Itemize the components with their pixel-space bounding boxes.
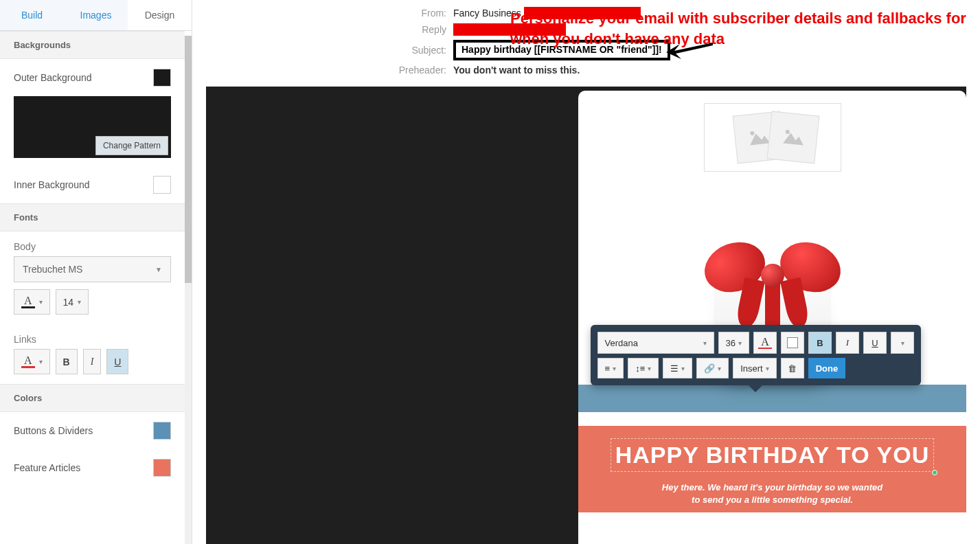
body-font-label: Body: [0, 231, 185, 256]
preheader-value[interactable]: You don't want to miss this.: [453, 65, 580, 76]
link-icon: 🔗: [704, 363, 715, 374]
link-italic-button[interactable]: I: [83, 349, 102, 374]
toolbar-more-button[interactable]: ▾: [891, 332, 914, 354]
email-preview[interactable]: HAPPY BIRTHDAY TO YOU Hey there. We hear…: [578, 91, 966, 544]
annotation-text: Personalize your email with subscriber d…: [510, 8, 977, 49]
from-label: From:: [192, 8, 453, 19]
subhead-text: Hey there. We heard it's your birthday s…: [589, 481, 956, 506]
annotation-arrow-icon: [665, 38, 716, 64]
resize-handle-icon[interactable]: [932, 470, 937, 475]
toolbar-align-button[interactable]: ≡▾: [597, 358, 624, 378]
body-font-value: Trebuchet MS: [23, 264, 82, 275]
sidebar-scrollbar[interactable]: [185, 36, 192, 544]
sidebar-scroll[interactable]: Backgrounds Outer Background Change Patt…: [0, 31, 192, 544]
toolbar-bold-button[interactable]: B: [808, 332, 832, 354]
toolbar-lineheight-button[interactable]: ↕≡▾: [628, 358, 659, 378]
chevron-down-icon: ▼: [155, 266, 162, 273]
toolbar-fontcolor-button[interactable]: A: [753, 332, 777, 354]
sidebar-tabs: Build Images Design: [0, 0, 192, 31]
toolbar-bgcolor-button[interactable]: [781, 332, 804, 354]
chevron-down-icon: ▾: [39, 298, 43, 306]
trash-icon: 🗑: [788, 363, 797, 374]
inner-background-label: Inner Background: [14, 179, 90, 190]
link-bold-button[interactable]: B: [56, 349, 78, 374]
outer-background-row: Outer Background: [0, 59, 185, 96]
toolbar-insert-select[interactable]: Insert▾: [733, 358, 777, 378]
feature-articles-row: Feature Articles: [0, 449, 185, 486]
reply-label: Reply: [192, 24, 453, 35]
headline-block[interactable]: HAPPY BIRTHDAY TO YOU Hey there. We hear…: [578, 426, 966, 512]
svg-point-3: [785, 130, 790, 135]
inner-background-swatch[interactable]: [153, 176, 171, 194]
photo-icon: [766, 111, 819, 164]
subject-label: Subject:: [192, 45, 453, 56]
toolbar-link-button[interactable]: 🔗▾: [696, 358, 729, 378]
section-fonts: Fonts: [0, 203, 185, 231]
sidebar: Build Images Design Backgrounds Outer Ba…: [0, 0, 192, 544]
buttons-dividers-swatch[interactable]: [153, 422, 171, 440]
svg-point-1: [750, 131, 755, 136]
outer-background-swatch[interactable]: [153, 69, 171, 87]
toolbar-delete-button[interactable]: 🗑: [781, 358, 804, 378]
links-label: Links: [0, 324, 185, 349]
body-font-color-button[interactable]: A▾: [14, 289, 50, 315]
svg-marker-2: [783, 133, 805, 146]
body-font-size-select[interactable]: 14▾: [56, 289, 89, 315]
chevron-down-icon: ▾: [39, 358, 43, 365]
body-font-select[interactable]: Trebuchet MS ▼: [14, 256, 171, 282]
outer-background-label: Outer Background: [14, 72, 92, 83]
pattern-preview: Change Pattern: [14, 96, 171, 158]
image-placeholder[interactable]: [704, 103, 841, 172]
tab-images[interactable]: Images: [64, 0, 128, 30]
headline-text[interactable]: HAPPY BIRTHDAY TO YOU: [611, 438, 934, 472]
lineheight-icon: ↕≡: [635, 363, 645, 374]
chevron-down-icon: ▾: [78, 298, 81, 306]
tab-build[interactable]: Build: [0, 0, 64, 30]
preheader-label: Preheader:: [192, 65, 453, 76]
toolbar-size-select[interactable]: 36▾: [718, 332, 749, 354]
toolbar-done-button[interactable]: Done: [808, 358, 846, 378]
toolbar-font-select[interactable]: Verdana▾: [597, 332, 714, 354]
toolbar-italic-button[interactable]: I: [836, 332, 859, 354]
list-icon: ☰: [670, 363, 679, 374]
divider-strip: [578, 385, 966, 412]
text-editor-toolbar: Verdana▾ 36▾ A B I U ▾ ≡▾ ↕≡▾ ☰▾ 🔗▾ Inse…: [591, 325, 921, 385]
editor-canvas[interactable]: HAPPY BIRTHDAY TO YOU Hey there. We hear…: [206, 87, 966, 544]
section-colors: Colors: [0, 384, 185, 412]
buttons-dividers-label: Buttons & Dividers: [14, 425, 93, 436]
chevron-down-icon: ▾: [738, 339, 742, 347]
change-pattern-button[interactable]: Change Pattern: [95, 136, 168, 155]
link-color-button[interactable]: A▾: [14, 349, 50, 374]
buttons-dividers-row: Buttons & Dividers: [0, 412, 185, 449]
section-backgrounds: Backgrounds: [0, 31, 185, 59]
body-font-size-value: 14: [63, 297, 74, 308]
feature-articles-swatch[interactable]: [153, 459, 171, 477]
chevron-down-icon: ▾: [703, 339, 707, 347]
feature-articles-label: Feature Articles: [14, 462, 80, 473]
inner-background-row: Inner Background: [0, 166, 185, 203]
toolbar-underline-button[interactable]: U: [863, 332, 887, 354]
toolbar-list-button[interactable]: ☰▾: [663, 358, 692, 378]
align-icon: ≡: [605, 363, 611, 374]
main-area: From: Fancy Business Reply Subject: Happ…: [192, 0, 980, 544]
tab-design[interactable]: Design: [128, 0, 192, 30]
link-underline-button[interactable]: U: [106, 349, 128, 374]
